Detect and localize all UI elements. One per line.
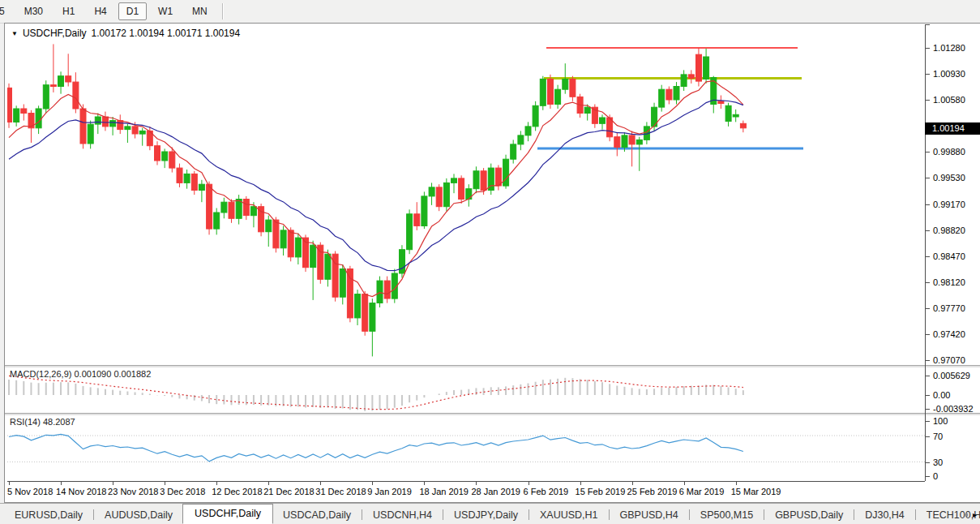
ma-fast-line xyxy=(9,81,743,297)
candle-body xyxy=(88,124,93,144)
date-tick xyxy=(268,482,269,485)
tab-separator xyxy=(764,509,764,520)
resistance-yellow-line xyxy=(544,77,802,79)
date-tick xyxy=(632,482,633,485)
timeframe-d1-button[interactable]: D1 xyxy=(118,2,147,20)
timeframe-toolbar: 5 M30 H1 H4 D1 W1 MN xyxy=(0,0,980,24)
date-label: 23 Nov 2018 xyxy=(108,487,158,496)
candle-body xyxy=(481,171,486,191)
chart-tab-usdchf-daily[interactable]: USDCHF,Daily xyxy=(182,504,273,524)
date-tick xyxy=(684,482,685,485)
date-tick xyxy=(113,482,113,485)
tab-separator xyxy=(93,509,94,520)
candle-body xyxy=(459,178,464,200)
date-label: 9 Jan 2019 xyxy=(367,487,411,496)
axis-tick xyxy=(926,360,930,361)
candle-body xyxy=(518,135,524,144)
candle-body xyxy=(666,89,672,100)
candle-body xyxy=(162,152,168,161)
macd-label: MACD(12,26,9) 0.001090 0.001882 xyxy=(10,369,151,379)
candle-body xyxy=(36,109,41,128)
timeframe-mn-button[interactable]: MN xyxy=(184,2,216,20)
rsi-indicator-panel[interactable] xyxy=(7,414,925,481)
candle-body xyxy=(273,220,279,248)
candle-body xyxy=(725,105,731,121)
date-tick xyxy=(9,482,10,485)
candle-body xyxy=(118,121,123,130)
candle-body xyxy=(243,200,249,216)
candle-body xyxy=(139,131,145,134)
chart-tab-bar: EURUSD,DailyAUDUSD,DailyUSDCHF,DailyUSDC… xyxy=(0,503,980,524)
axis-label: 0.00 xyxy=(933,390,950,400)
chart-tab-audusd-daily[interactable]: AUDUSD,Daily xyxy=(95,507,182,524)
candle-body xyxy=(340,269,345,298)
candle-body xyxy=(473,171,479,189)
candle-body xyxy=(199,184,204,190)
price-chart-panel[interactable] xyxy=(7,24,925,365)
candle-body xyxy=(718,101,724,104)
candle-body xyxy=(414,214,420,226)
tab-separator xyxy=(362,509,362,520)
candle-body xyxy=(125,127,131,130)
rsi-label: RSI(14) 48.2087 xyxy=(10,417,75,427)
candle-body xyxy=(674,87,679,101)
support-blue-line xyxy=(537,148,803,150)
candle-body xyxy=(696,54,702,81)
chart-symbol-label: USDCHF,Daily xyxy=(23,28,87,39)
chart-tab-usdjpy-daily[interactable]: USDJPY,Daily xyxy=(444,507,528,524)
tab-scroll-right-icon[interactable]: ▸ xyxy=(973,510,977,519)
candle-body xyxy=(184,174,190,183)
axis-tick xyxy=(926,308,930,309)
axis-label: 0.97420 xyxy=(933,329,965,339)
candle-body xyxy=(280,230,286,248)
chart-tab-dj30-h4[interactable]: DJ30,H4 xyxy=(855,507,914,524)
candle-body xyxy=(629,135,635,144)
axis-tick xyxy=(926,421,930,422)
candle-body xyxy=(600,118,606,123)
chart-tab-usdcnh-h4[interactable]: USDCNH,H4 xyxy=(363,507,442,524)
candle-body xyxy=(681,75,687,87)
candle-body xyxy=(377,281,383,303)
candle-body xyxy=(50,85,56,87)
axis-tick xyxy=(926,178,930,178)
timeframe-h1-button[interactable]: H1 xyxy=(54,2,83,20)
timeframe-w1-button[interactable]: W1 xyxy=(150,2,181,20)
axis-tick xyxy=(926,395,930,396)
chart-tab-eurusd-daily[interactable]: EURUSD,Daily xyxy=(5,507,92,524)
axis-label: 0.99170 xyxy=(933,200,965,209)
candle-body xyxy=(688,75,694,79)
candle-body xyxy=(636,140,642,144)
candle-body xyxy=(511,144,516,159)
candle-body xyxy=(704,57,709,79)
timeframe-m30-button[interactable]: M30 xyxy=(16,2,51,20)
candle-body xyxy=(563,79,568,89)
date-tick xyxy=(736,482,737,485)
chart-tab-gbpusd-daily[interactable]: GBPUSD,Daily xyxy=(765,507,853,524)
axis-label: 0.98120 xyxy=(933,277,965,287)
timeframe-h4-button[interactable]: H4 xyxy=(86,2,114,20)
axis-tick xyxy=(926,256,930,257)
candle-body xyxy=(548,79,554,104)
chart-tab-xauusd-h1[interactable]: XAUUSD,H1 xyxy=(530,507,608,524)
chart-dropdown-icon[interactable]: ▼ xyxy=(11,30,18,37)
timeframe-m15-button[interactable]: 5 xyxy=(0,2,13,20)
date-label: 6 Feb 2019 xyxy=(524,487,569,496)
date-tick xyxy=(61,482,62,485)
price-axis[interactable]: 1.012801.009301.005800.998800.995300.991… xyxy=(925,24,980,481)
chart-tab-sp500-m15[interactable]: SP500,M15 xyxy=(691,507,763,524)
candle-body xyxy=(614,137,620,148)
candle-body xyxy=(73,82,79,109)
candle-body xyxy=(443,183,449,206)
candle-body xyxy=(250,207,256,216)
chart-tab-gbpusd-h4[interactable]: GBPUSD,H4 xyxy=(610,507,688,524)
date-label: 15 Mar 2019 xyxy=(731,487,781,496)
chart-tab-usdcad-daily[interactable]: USDCAD,Daily xyxy=(273,507,361,524)
date-axis[interactable]: 5 Nov 201814 Nov 201823 Nov 20183 Dec 20… xyxy=(7,481,925,502)
tab-scroll-left-icon[interactable]: ◂ xyxy=(964,510,968,519)
axis-label: 0.97770 xyxy=(933,303,965,313)
axis-label: 0.99530 xyxy=(933,173,965,183)
date-tick xyxy=(165,482,165,485)
axis-label: 0.98470 xyxy=(933,251,965,261)
axis-tick xyxy=(926,152,930,152)
candle-body xyxy=(659,89,665,107)
